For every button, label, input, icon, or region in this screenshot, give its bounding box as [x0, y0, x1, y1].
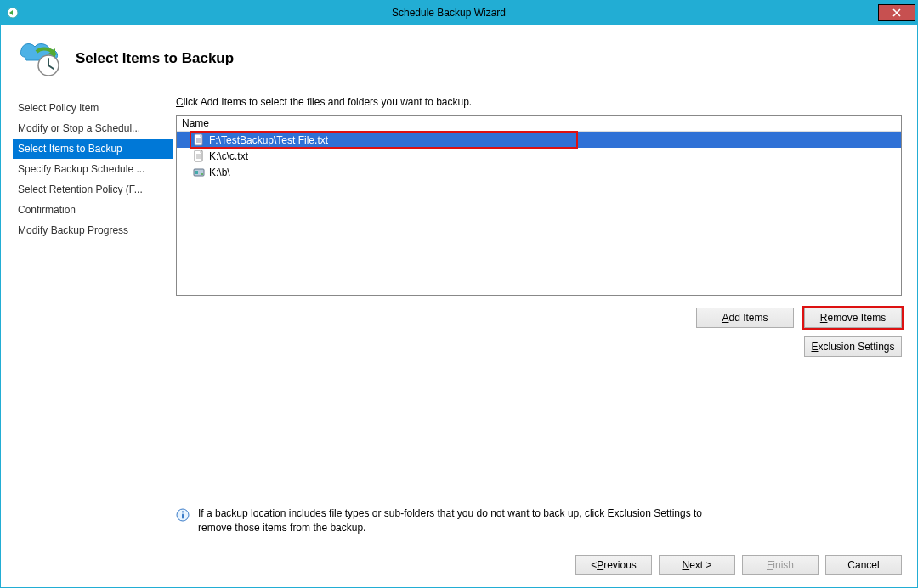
file-icon: [192, 133, 206, 147]
titlebar: Schedule Backup Wizard: [1, 1, 917, 25]
cancel-button[interactable]: Cancel: [825, 555, 902, 575]
action-row: Add Items Remove Items: [176, 308, 902, 328]
info-icon: [176, 508, 190, 522]
step-modify-backup-progress[interactable]: Modify Backup Progress: [13, 220, 173, 240]
page-title: Select Items to Backup: [76, 50, 234, 67]
titlebar-title: Schedule Backup Wizard: [20, 7, 878, 19]
list-row-text: F:\TestBackup\Test File.txt: [209, 134, 328, 146]
step-select-policy-item[interactable]: Select Policy Item: [13, 98, 173, 118]
drive-icon: [192, 166, 206, 179]
svg-rect-15: [182, 514, 184, 519]
file-icon: [192, 150, 206, 163]
info-row: If a backup location includes file types…: [176, 506, 902, 535]
step-sidebar: Select Policy Item Modify or Stop a Sche…: [13, 96, 173, 535]
main-pane: Click Add Items to select the files and …: [173, 96, 909, 535]
header-icon: [18, 37, 62, 81]
step-specify-backup-schedule[interactable]: Specify Backup Schedule ...: [13, 159, 173, 179]
spacer: [176, 357, 902, 496]
svg-point-14: [182, 512, 184, 513]
items-listbox[interactable]: Name F:\TestBackup\Test File.txt K:\c\c.…: [176, 115, 902, 296]
instruction-text: Click Add Items to select the files and …: [176, 96, 902, 108]
previous-button[interactable]: < Previous: [575, 555, 652, 575]
list-row[interactable]: F:\TestBackup\Test File.txt: [177, 132, 901, 148]
step-select-retention-policy[interactable]: Select Retention Policy (F...: [13, 179, 173, 200]
step-confirmation[interactable]: Confirmation: [13, 200, 173, 220]
wizard-window: Schedule Backup Wizard Select Items to B…: [0, 0, 918, 588]
action-row-2: Exclusion Settings: [176, 336, 902, 357]
list-row-text: K:\b\: [209, 167, 230, 178]
list-header-name[interactable]: Name: [177, 116, 901, 132]
wizard-nav: < Previous Next > Finish Cancel: [171, 546, 912, 587]
add-items-button[interactable]: Add Items: [696, 308, 794, 328]
next-button[interactable]: Next >: [659, 555, 735, 575]
remove-items-button[interactable]: Remove Items: [804, 308, 902, 328]
list-row[interactable]: K:\b\: [177, 164, 901, 180]
close-button[interactable]: [878, 4, 915, 21]
app-icon: [6, 6, 20, 20]
step-modify-stop-scheduled[interactable]: Modify or Stop a Schedul...: [13, 118, 173, 139]
wizard-body: Select Policy Item Modify or Stop a Sche…: [1, 96, 917, 535]
svg-rect-11: [196, 171, 198, 174]
info-text: If a backup location includes file types…: [198, 506, 715, 535]
list-row[interactable]: K:\c\c.txt: [177, 148, 901, 164]
step-select-items-to-backup[interactable]: Select Items to Backup: [13, 139, 173, 159]
list-row-text: K:\c\c.txt: [209, 150, 248, 162]
exclusion-settings-button[interactable]: Exclusion Settings: [804, 336, 902, 357]
wizard-header: Select Items to Backup: [1, 25, 917, 96]
close-icon: [892, 8, 901, 17]
svg-point-12: [201, 173, 203, 175]
finish-button: Finish: [742, 555, 819, 575]
